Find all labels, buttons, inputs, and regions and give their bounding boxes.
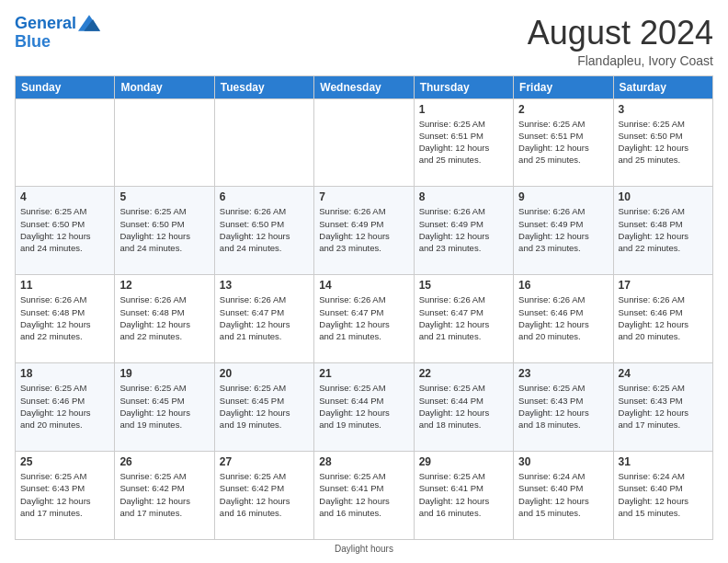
calendar-header-row: SundayMondayTuesdayWednesdayThursdayFrid… (16, 75, 713, 98)
header: General Blue August 2024 Flandapleu, Ivo… (15, 15, 713, 68)
day-info: Sunrise: 6:26 AM Sunset: 6:47 PM Dayligh… (319, 293, 408, 342)
calendar-week-row: 1Sunrise: 6:25 AM Sunset: 6:51 PM Daylig… (16, 98, 713, 187)
day-info: Sunrise: 6:25 AM Sunset: 6:41 PM Dayligh… (319, 470, 408, 519)
calendar-cell: 19Sunrise: 6:25 AM Sunset: 6:45 PM Dayli… (115, 363, 214, 452)
calendar-cell: 31Sunrise: 6:24 AM Sunset: 6:40 PM Dayli… (613, 452, 712, 540)
calendar-week-row: 25Sunrise: 6:25 AM Sunset: 6:43 PM Dayli… (16, 452, 713, 540)
logo-text-blue: Blue (15, 33, 100, 52)
day-info: Sunrise: 6:25 AM Sunset: 6:46 PM Dayligh… (20, 382, 109, 431)
calendar-cell (314, 98, 414, 187)
calendar-cell: 3Sunrise: 6:25 AM Sunset: 6:50 PM Daylig… (613, 98, 712, 187)
day-number: 22 (419, 367, 508, 380)
month-year: August 2024 (528, 15, 713, 52)
day-info: Sunrise: 6:25 AM Sunset: 6:50 PM Dayligh… (619, 118, 708, 167)
calendar-cell: 9Sunrise: 6:26 AM Sunset: 6:49 PM Daylig… (514, 187, 613, 275)
calendar-week-row: 11Sunrise: 6:26 AM Sunset: 6:48 PM Dayli… (16, 275, 713, 363)
logo-text: General (15, 15, 76, 33)
day-info: Sunrise: 6:25 AM Sunset: 6:50 PM Dayligh… (119, 205, 209, 254)
calendar-week-row: 4Sunrise: 6:25 AM Sunset: 6:50 PM Daylig… (16, 187, 713, 275)
day-info: Sunrise: 6:26 AM Sunset: 6:49 PM Dayligh… (518, 205, 608, 254)
logo-icon (78, 14, 100, 32)
day-info: Sunrise: 6:26 AM Sunset: 6:46 PM Dayligh… (619, 293, 708, 342)
day-number: 6 (220, 190, 309, 203)
day-info: Sunrise: 6:25 AM Sunset: 6:43 PM Dayligh… (20, 470, 109, 519)
day-info: Sunrise: 6:25 AM Sunset: 6:51 PM Dayligh… (419, 118, 508, 167)
calendar-cell: 16Sunrise: 6:26 AM Sunset: 6:46 PM Dayli… (514, 275, 613, 363)
day-number: 4 (20, 190, 109, 203)
day-info: Sunrise: 6:26 AM Sunset: 6:46 PM Dayligh… (518, 293, 608, 342)
calendar-cell: 6Sunrise: 6:26 AM Sunset: 6:50 PM Daylig… (214, 187, 313, 275)
day-info: Sunrise: 6:26 AM Sunset: 6:47 PM Dayligh… (419, 293, 508, 342)
calendar-cell: 2Sunrise: 6:25 AM Sunset: 6:51 PM Daylig… (514, 98, 613, 187)
calendar-cell: 30Sunrise: 6:24 AM Sunset: 6:40 PM Dayli… (514, 452, 613, 540)
day-of-week-header: Sunday (16, 75, 115, 98)
day-info: Sunrise: 6:26 AM Sunset: 6:50 PM Dayligh… (220, 205, 309, 254)
calendar-cell: 7Sunrise: 6:26 AM Sunset: 6:49 PM Daylig… (314, 187, 414, 275)
day-number: 8 (419, 190, 508, 203)
calendar: SundayMondayTuesdayWednesdayThursdayFrid… (15, 75, 713, 540)
day-number: 19 (119, 367, 209, 380)
day-number: 30 (518, 455, 608, 468)
day-number: 9 (518, 190, 608, 203)
day-number: 1 (419, 103, 508, 116)
day-info: Sunrise: 6:25 AM Sunset: 6:44 PM Dayligh… (319, 382, 408, 431)
day-info: Sunrise: 6:25 AM Sunset: 6:43 PM Dayligh… (619, 382, 708, 431)
day-info: Sunrise: 6:24 AM Sunset: 6:40 PM Dayligh… (619, 470, 708, 519)
day-info: Sunrise: 6:25 AM Sunset: 6:42 PM Dayligh… (119, 470, 209, 519)
day-info: Sunrise: 6:25 AM Sunset: 6:45 PM Dayligh… (119, 382, 209, 431)
day-number: 3 (619, 103, 708, 116)
day-info: Sunrise: 6:26 AM Sunset: 6:48 PM Dayligh… (119, 293, 209, 342)
calendar-cell: 15Sunrise: 6:26 AM Sunset: 6:47 PM Dayli… (414, 275, 513, 363)
day-number: 14 (319, 279, 408, 292)
calendar-cell: 11Sunrise: 6:26 AM Sunset: 6:48 PM Dayli… (16, 275, 115, 363)
day-info: Sunrise: 6:26 AM Sunset: 6:49 PM Dayligh… (419, 205, 508, 254)
day-info: Sunrise: 6:25 AM Sunset: 6:50 PM Dayligh… (20, 205, 109, 254)
calendar-cell: 4Sunrise: 6:25 AM Sunset: 6:50 PM Daylig… (16, 187, 115, 275)
day-of-week-header: Wednesday (314, 75, 414, 98)
daylight-label: Daylight hours (15, 544, 713, 554)
calendar-cell: 13Sunrise: 6:26 AM Sunset: 6:47 PM Dayli… (214, 275, 313, 363)
calendar-cell: 1Sunrise: 6:25 AM Sunset: 6:51 PM Daylig… (414, 98, 513, 187)
day-number: 28 (319, 455, 408, 468)
calendar-cell: 20Sunrise: 6:25 AM Sunset: 6:45 PM Dayli… (214, 363, 313, 452)
title-block: August 2024 Flandapleu, Ivory Coast (528, 15, 713, 68)
calendar-cell: 21Sunrise: 6:25 AM Sunset: 6:44 PM Dayli… (314, 363, 414, 452)
calendar-cell: 5Sunrise: 6:25 AM Sunset: 6:50 PM Daylig… (115, 187, 214, 275)
day-info: Sunrise: 6:26 AM Sunset: 6:48 PM Dayligh… (619, 205, 708, 254)
calendar-cell: 10Sunrise: 6:26 AM Sunset: 6:48 PM Dayli… (613, 187, 712, 275)
day-number: 20 (220, 367, 309, 380)
calendar-cell: 24Sunrise: 6:25 AM Sunset: 6:43 PM Dayli… (613, 363, 712, 452)
day-number: 12 (119, 279, 209, 292)
day-number: 15 (419, 279, 508, 292)
calendar-cell: 23Sunrise: 6:25 AM Sunset: 6:43 PM Dayli… (514, 363, 613, 452)
day-of-week-header: Monday (115, 75, 214, 98)
day-info: Sunrise: 6:24 AM Sunset: 6:40 PM Dayligh… (518, 470, 608, 519)
day-info: Sunrise: 6:25 AM Sunset: 6:41 PM Dayligh… (419, 470, 508, 519)
day-number: 17 (619, 279, 708, 292)
day-number: 23 (518, 367, 608, 380)
day-number: 18 (20, 367, 109, 380)
calendar-cell: 12Sunrise: 6:26 AM Sunset: 6:48 PM Dayli… (115, 275, 214, 363)
day-info: Sunrise: 6:26 AM Sunset: 6:47 PM Dayligh… (220, 293, 309, 342)
day-number: 26 (119, 455, 209, 468)
calendar-cell (214, 98, 313, 187)
day-number: 13 (220, 279, 309, 292)
day-number: 24 (619, 367, 708, 380)
day-number: 7 (319, 190, 408, 203)
day-of-week-header: Thursday (414, 75, 513, 98)
day-number: 2 (518, 103, 608, 116)
day-number: 29 (419, 455, 508, 468)
calendar-cell: 14Sunrise: 6:26 AM Sunset: 6:47 PM Dayli… (314, 275, 414, 363)
day-number: 16 (518, 279, 608, 292)
location: Flandapleu, Ivory Coast (528, 53, 713, 68)
calendar-cell: 28Sunrise: 6:25 AM Sunset: 6:41 PM Dayli… (314, 452, 414, 540)
calendar-cell: 18Sunrise: 6:25 AM Sunset: 6:46 PM Dayli… (16, 363, 115, 452)
day-info: Sunrise: 6:25 AM Sunset: 6:42 PM Dayligh… (220, 470, 309, 519)
calendar-cell: 29Sunrise: 6:25 AM Sunset: 6:41 PM Dayli… (414, 452, 513, 540)
calendar-cell: 27Sunrise: 6:25 AM Sunset: 6:42 PM Dayli… (214, 452, 313, 540)
calendar-cell: 17Sunrise: 6:26 AM Sunset: 6:46 PM Dayli… (613, 275, 712, 363)
day-of-week-header: Tuesday (214, 75, 313, 98)
day-number: 10 (619, 190, 708, 203)
day-info: Sunrise: 6:26 AM Sunset: 6:48 PM Dayligh… (20, 293, 109, 342)
calendar-cell (16, 98, 115, 187)
